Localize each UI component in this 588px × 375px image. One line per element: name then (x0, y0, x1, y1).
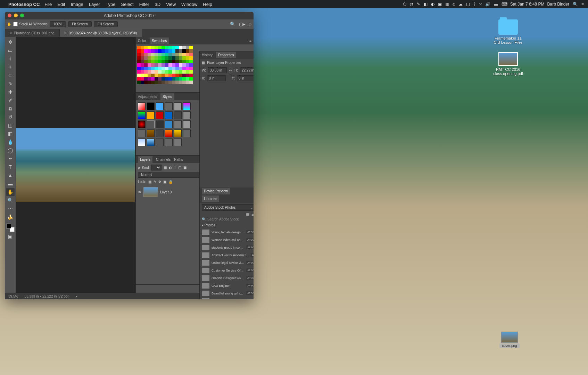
fill-screen-button[interactable]: Fill Screen (94, 21, 118, 27)
evernote-icon[interactable]: ✎ (417, 2, 420, 7)
app-icon-1[interactable]: ◧ (424, 2, 428, 7)
swatch[interactable] (182, 49, 186, 53)
library-search[interactable]: 🔍 Search Adobe Stock (202, 217, 254, 221)
swatch[interactable] (168, 56, 172, 60)
window-titlebar[interactable]: Adobe Photoshop CC 2017 (5, 12, 254, 19)
swatch[interactable] (165, 77, 168, 81)
swatch[interactable] (158, 70, 162, 74)
swatch[interactable] (148, 67, 151, 70)
swatch[interactable] (182, 81, 186, 84)
swatch[interactable] (151, 63, 155, 67)
desktop-folder[interactable]: Framemaker 11 CIB Lesson Files (492, 19, 524, 44)
swatch[interactable] (158, 46, 162, 49)
swatch[interactable] (144, 81, 148, 84)
swatch[interactable] (179, 81, 182, 84)
app-icon-5[interactable]: ⎋ (453, 2, 455, 7)
scroll-all-checkbox[interactable]: Scroll All Windows (13, 22, 48, 26)
swatch[interactable] (165, 74, 168, 77)
swatch[interactable] (179, 63, 182, 67)
swatch[interactable] (189, 53, 193, 56)
swatch[interactable] (179, 77, 182, 81)
document-tab-active[interactable]: × DSC02324.png @ 39.5% (Layer 0, RGB/8#) (60, 29, 142, 37)
style-swatch[interactable] (147, 102, 155, 110)
swatch[interactable] (137, 56, 141, 60)
swatch[interactable] (151, 49, 155, 53)
swatch[interactable] (189, 81, 193, 84)
zoom-level[interactable]: 39.5% (8, 294, 18, 298)
swatch[interactable] (162, 67, 165, 70)
notification-center-icon[interactable]: ≡ (581, 2, 584, 7)
screen-mode[interactable]: ▣ (6, 233, 15, 240)
foreground-background-colors[interactable] (6, 224, 15, 232)
layer-thumbnail[interactable] (143, 187, 158, 197)
swatch[interactable] (172, 70, 175, 74)
swatch[interactable] (148, 70, 151, 74)
swatch[interactable] (141, 77, 144, 81)
swatch[interactable] (168, 60, 172, 63)
width-input[interactable] (208, 67, 227, 73)
swatch[interactable] (179, 49, 182, 53)
swatch[interactable] (182, 63, 186, 67)
swatch[interactable] (168, 77, 172, 81)
swatch[interactable] (158, 56, 162, 60)
swatch[interactable] (179, 74, 182, 77)
status-arrow-icon[interactable]: ▸ (76, 294, 77, 298)
hand-tool[interactable]: ✋ (6, 188, 15, 196)
swatch[interactable] (151, 74, 155, 77)
edit-toolbar[interactable]: ⋯ (6, 205, 15, 212)
swatch[interactable] (141, 56, 144, 60)
swatch[interactable] (182, 56, 186, 60)
filter-type-icon[interactable]: T (174, 166, 176, 169)
swatch[interactable] (137, 67, 141, 70)
library-item[interactable]: Graphic Designer workin...JPEG (200, 274, 254, 282)
rectangle-tool[interactable]: ▬ (6, 180, 15, 188)
swatch[interactable] (162, 74, 165, 77)
style-swatch[interactable] (156, 120, 164, 128)
swatch[interactable] (175, 70, 179, 74)
library-item[interactable]: Beautiful young girl raisi...JPEG (200, 290, 254, 297)
style-swatch[interactable] (156, 111, 164, 119)
doc-dimensions[interactable]: 33.333 in x 22.222 in (72 ppi) (24, 294, 69, 298)
swatch[interactable] (158, 60, 162, 63)
style-swatch[interactable] (183, 111, 191, 119)
style-swatch[interactable] (138, 102, 146, 110)
swatch[interactable] (186, 63, 189, 67)
swatch[interactable] (155, 53, 158, 56)
style-swatch[interactable] (165, 102, 173, 110)
swatch[interactable] (172, 74, 175, 77)
swatch[interactable] (144, 56, 148, 60)
link-dims-icon[interactable]: ⚯ (229, 68, 232, 73)
swatch[interactable] (168, 70, 172, 74)
swatch[interactable] (141, 46, 144, 49)
library-item[interactable]: startup business, softwa...JPEG (200, 297, 254, 300)
desktop-cover-file[interactable]: cover.png (499, 332, 520, 348)
layer-filter-select[interactable] (151, 165, 162, 170)
swatch[interactable] (158, 53, 162, 56)
swatch[interactable] (151, 67, 155, 70)
cloud-icon[interactable]: ☁ (458, 2, 463, 7)
library-item[interactable]: students group in comp...JPEG (200, 244, 254, 251)
style-swatch[interactable] (165, 111, 173, 119)
list-view-icon[interactable]: ☰ (251, 212, 254, 217)
swatch[interactable] (141, 74, 144, 77)
swatch[interactable] (155, 70, 158, 74)
styles-tab[interactable]: Styles (160, 93, 174, 100)
swatch[interactable] (186, 60, 189, 63)
lock-pos-icon[interactable]: ✥ (158, 180, 161, 184)
canvas-area[interactable] (16, 37, 135, 293)
swatch[interactable] (155, 74, 158, 77)
swatch[interactable] (165, 56, 168, 60)
properties-tab[interactable]: Properties (216, 52, 236, 58)
lock-trans-icon[interactable]: ▦ (148, 180, 151, 184)
swatch[interactable] (168, 53, 172, 56)
search-icon[interactable]: 🔍 (230, 22, 235, 27)
swatch[interactable] (186, 46, 189, 49)
adjustments-tab[interactable]: Adjustments (138, 95, 157, 99)
swatch[interactable] (186, 77, 189, 81)
swatch[interactable] (172, 81, 175, 84)
y-input[interactable] (237, 75, 254, 81)
swatch[interactable] (186, 67, 189, 70)
swatch[interactable] (165, 53, 168, 56)
menu-file[interactable]: File (44, 2, 52, 7)
swatch[interactable] (148, 46, 151, 49)
